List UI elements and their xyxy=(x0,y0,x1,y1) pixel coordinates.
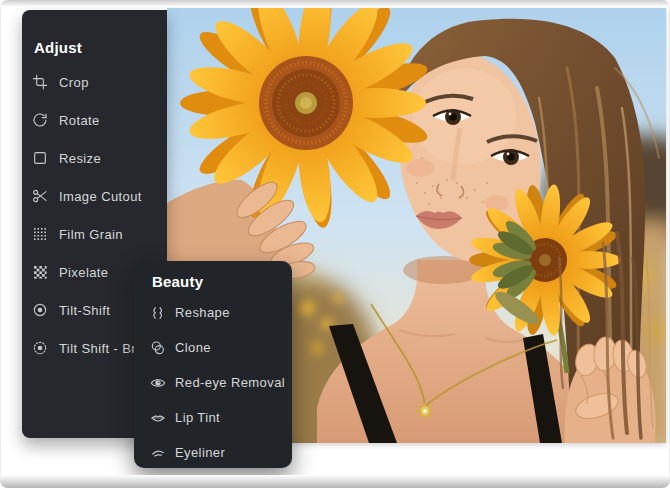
menu-item-label: Reshape xyxy=(175,305,230,320)
pixelate-icon xyxy=(32,264,48,280)
menu-item-film-grain[interactable]: Film Grain xyxy=(32,215,167,253)
tilt-shift-icon xyxy=(32,302,48,318)
reshape-icon xyxy=(150,305,166,321)
beauty-item-eyeliner[interactable]: Eyeliner xyxy=(150,435,292,470)
beauty-item-reshape[interactable]: Reshape xyxy=(150,295,292,330)
menu-item-resize[interactable]: Resize xyxy=(32,139,167,177)
menu-item-label: Pixelate xyxy=(59,265,108,280)
menu-item-rotate[interactable]: Rotate xyxy=(32,101,167,139)
beauty-panel: Beauty Reshape Clone Red-eye Removal xyxy=(134,261,292,468)
menu-item-label: Resize xyxy=(59,151,101,166)
menu-item-image-cutout[interactable]: Image Cutout xyxy=(32,177,167,215)
editor-window: Adjust Crop Rotate Resize Image Cu xyxy=(0,0,670,488)
film-grain-icon xyxy=(32,226,48,242)
menu-item-label: Tilt-Shift xyxy=(59,303,110,318)
lip-tint-icon xyxy=(150,410,166,426)
rotate-icon xyxy=(32,112,48,128)
beauty-item-red-eye-removal[interactable]: Red-eye Removal xyxy=(150,365,292,400)
menu-item-label: Image Cutout xyxy=(59,189,142,204)
menu-item-label: Crop xyxy=(59,75,89,90)
menu-item-label: Eyeliner xyxy=(175,445,225,460)
menu-item-label: Clone xyxy=(175,340,211,355)
window-bottom-edge xyxy=(0,475,670,488)
beauty-item-clone[interactable]: Clone xyxy=(150,330,292,365)
tilt-shift-brush-icon xyxy=(32,340,48,356)
adjust-panel-title: Adjust xyxy=(34,39,167,57)
menu-item-label: Rotate xyxy=(59,113,100,128)
resize-icon xyxy=(32,150,48,166)
menu-item-label: Red-eye Removal xyxy=(175,375,285,390)
menu-item-label: Film Grain xyxy=(59,227,123,242)
eyeliner-icon xyxy=(150,445,166,461)
red-eye-icon xyxy=(150,375,166,391)
beauty-panel-title: Beauty xyxy=(152,273,292,291)
clone-icon xyxy=(150,340,166,356)
scissors-icon xyxy=(32,188,48,204)
menu-item-label: Lip Tint xyxy=(175,410,220,425)
window-top-edge xyxy=(0,0,670,7)
menu-item-crop[interactable]: Crop xyxy=(32,63,167,101)
beauty-item-lip-tint[interactable]: Lip Tint xyxy=(150,400,292,435)
crop-icon xyxy=(32,74,48,90)
